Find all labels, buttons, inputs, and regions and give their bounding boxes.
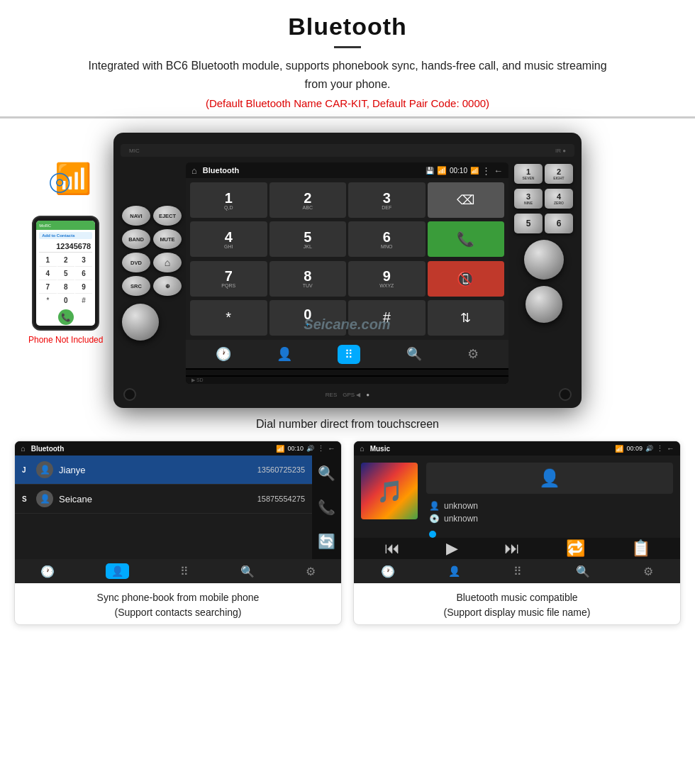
pb-nav-grid[interactable]: ⠿ bbox=[180, 565, 189, 578]
pb-nav-settings[interactable]: ⚙ bbox=[306, 565, 316, 578]
dial-key-7[interactable]: 7 PQRS bbox=[190, 261, 267, 297]
eject-button[interactable]: EJECT bbox=[153, 206, 182, 226]
phone-screen: MoRC Add to Contacts 12345678 1 2 3 4 5 … bbox=[36, 221, 95, 326]
bottom-dialpad-icon[interactable]: ⠿ bbox=[338, 345, 360, 364]
dial-key-2[interactable]: 2 ABC bbox=[269, 182, 347, 218]
mount-hole-left bbox=[123, 388, 136, 401]
num3-button[interactable]: 3NINE bbox=[514, 189, 543, 209]
back-icon[interactable]: ← bbox=[494, 165, 503, 176]
music-caption: Bluetooth music compatible (Support disp… bbox=[354, 583, 680, 624]
contact-row-seicane[interactable]: S 👤 Seicane 15875554275 bbox=[15, 485, 312, 514]
header-description: Integrated with BC6 Bluetooth module, su… bbox=[78, 57, 617, 93]
music-nav-search[interactable]: 🔍 bbox=[576, 565, 590, 578]
album-art: 🎵 bbox=[361, 463, 418, 519]
phone-key-6[interactable]: 6 bbox=[75, 267, 92, 280]
music-nav-grid[interactable]: ⠿ bbox=[513, 565, 522, 578]
src-button[interactable]: SRC bbox=[122, 276, 150, 296]
bottom-clock-icon[interactable]: 🕐 bbox=[216, 346, 231, 362]
right-knob[interactable] bbox=[526, 286, 562, 323]
phone-key-star[interactable]: * bbox=[39, 294, 56, 307]
phone-device: MoRC Add to Contacts 12345678 1 2 3 4 5 … bbox=[32, 216, 99, 331]
phone-key-9[interactable]: 9 bbox=[75, 281, 92, 294]
pb-nav-search[interactable]: 🔍 bbox=[240, 565, 255, 578]
mute-button[interactable]: MUTE bbox=[153, 229, 182, 249]
phone-key-4[interactable]: 4 bbox=[39, 267, 56, 280]
music-screen: ⌂ Music 📶 00:09 🔊 ⋮ ← 🎵 👤 bbox=[354, 441, 680, 583]
contact-row-jianye[interactable]: J 👤 Jianye 13560725235 bbox=[15, 456, 312, 485]
dial-key-1[interactable]: 1 Q,D bbox=[190, 182, 267, 218]
dial-key-3[interactable]: 3 DEF bbox=[348, 182, 426, 218]
num5-button[interactable]: 5 bbox=[514, 214, 543, 233]
home-button[interactable]: ⌂ bbox=[153, 253, 182, 272]
prev-track-icon[interactable]: ⏮ bbox=[384, 539, 400, 558]
bottom-settings-icon[interactable]: ⚙ bbox=[467, 346, 479, 362]
num6-button[interactable]: 6 bbox=[545, 214, 573, 233]
phone-key-2[interactable]: 2 bbox=[57, 254, 74, 267]
dial-key-5[interactable]: 5 JKL bbox=[269, 221, 347, 257]
phone-key-7[interactable]: 7 bbox=[39, 281, 56, 294]
num2-button[interactable]: 2EIGHT bbox=[545, 164, 573, 184]
dial-key-0[interactable]: 0 + bbox=[269, 300, 347, 336]
extra-button[interactable]: ⊕ bbox=[153, 276, 182, 296]
bottom-contact-icon[interactable]: 👤 bbox=[277, 346, 292, 362]
navi-button[interactable]: NAVI bbox=[122, 206, 150, 226]
android-screen: ⌂ Bluetooth 💾 📶 00:10 📶 ⋮ ← 1 bbox=[186, 162, 508, 368]
phone-key-0[interactable]: 0 bbox=[57, 294, 74, 307]
band-button[interactable]: BAND bbox=[122, 229, 150, 249]
dial-key-star[interactable]: * bbox=[190, 300, 267, 336]
music-nav-contact[interactable]: 👤 bbox=[448, 565, 460, 577]
phone-key-8[interactable]: 8 bbox=[57, 281, 74, 294]
dial-key-6[interactable]: 6 MNO bbox=[348, 221, 426, 257]
dial-key-backspace[interactable]: ⌫ bbox=[428, 182, 505, 218]
next-track-icon[interactable]: ⏭ bbox=[504, 539, 520, 558]
left-knob[interactable] bbox=[122, 304, 159, 341]
pb-nav-clock[interactable]: 🕐 bbox=[40, 565, 55, 578]
play-icon[interactable]: ▶ bbox=[446, 539, 458, 558]
music-back-icon[interactable]: ← bbox=[667, 444, 674, 453]
phonebook-list: J 👤 Jianye 13560725235 S 👤 Seicane 15875… bbox=[15, 456, 312, 559]
pb-home-icon[interactable]: ⌂ bbox=[21, 444, 26, 453]
phone-key-5[interactable]: 5 bbox=[57, 267, 74, 280]
dial-key-swap[interactable]: ⇅ bbox=[428, 300, 505, 336]
music-track-album-row: 💿 unknown bbox=[429, 514, 673, 524]
music-nav-clock[interactable]: 🕐 bbox=[381, 565, 395, 578]
phone-key-hash[interactable]: # bbox=[75, 294, 92, 307]
num1-button[interactable]: 1SEVEN bbox=[514, 164, 543, 184]
pb-nav-contact[interactable]: 👤 bbox=[106, 563, 129, 579]
dial-key-hash[interactable]: # bbox=[348, 300, 426, 336]
music-home-icon[interactable]: ⌂ bbox=[360, 444, 365, 453]
phone-key-1[interactable]: 1 bbox=[39, 254, 56, 267]
bottom-panels: ⌂ Bluetooth 📶 00:10 🔊 ⋮ ← J 👤 Jianye 135 bbox=[0, 441, 695, 639]
sync-icon[interactable]: 🔄 bbox=[318, 533, 335, 550]
dial-key-8[interactable]: 8 TUV bbox=[269, 261, 347, 297]
bottom-search-icon[interactable]: 🔍 bbox=[406, 346, 422, 362]
dial-key-4[interactable]: 4 GHI bbox=[190, 221, 267, 257]
pb-back-icon[interactable]: ← bbox=[328, 444, 335, 453]
phonebook-screen: ⌂ Bluetooth 📶 00:10 🔊 ⋮ ← J 👤 Jianye 135 bbox=[15, 441, 341, 583]
pb-menu-icon[interactable]: ⋮ bbox=[317, 444, 325, 453]
home-icon[interactable]: ⌂ bbox=[191, 165, 197, 176]
menu-icon[interactable]: ⋮ bbox=[482, 165, 491, 176]
music-menu-icon[interactable]: ⋮ bbox=[656, 444, 664, 453]
playlist-icon[interactable]: 📋 bbox=[631, 539, 650, 558]
num4-button[interactable]: 4ZERO bbox=[545, 189, 573, 209]
repeat-icon[interactable]: 🔁 bbox=[566, 539, 585, 558]
bluetooth-icon: 📶 ⦾ bbox=[55, 161, 91, 196]
avatar-j: 👤 bbox=[36, 461, 53, 478]
main-section: 📶 ⦾ MoRC Add to Contacts 12345678 1 2 3 bbox=[0, 118, 695, 412]
sd-area: ▶ SD bbox=[186, 377, 508, 384]
dial-key-call-red[interactable]: 📵 bbox=[428, 261, 505, 297]
user-icon-music: 👤 bbox=[433, 468, 666, 488]
dial-key-9[interactable]: 9 WXYZ bbox=[348, 261, 426, 297]
pb-vol-icon: 🔊 bbox=[306, 445, 314, 452]
header-divider bbox=[334, 46, 361, 48]
search-icon[interactable]: 🔍 bbox=[318, 465, 335, 482]
call-icon[interactable]: 📞 bbox=[318, 499, 335, 516]
phone-key-3[interactable]: 3 bbox=[75, 254, 92, 267]
large-right-button[interactable] bbox=[524, 240, 564, 280]
phone-call-button[interactable]: 📞 bbox=[58, 309, 74, 325]
music-nav-settings[interactable]: ⚙ bbox=[643, 565, 653, 578]
phone-statusbar-text: MoRC bbox=[39, 223, 51, 228]
dvd-button[interactable]: DVD bbox=[122, 253, 150, 272]
dial-key-call-green[interactable]: 📞 bbox=[428, 221, 505, 257]
